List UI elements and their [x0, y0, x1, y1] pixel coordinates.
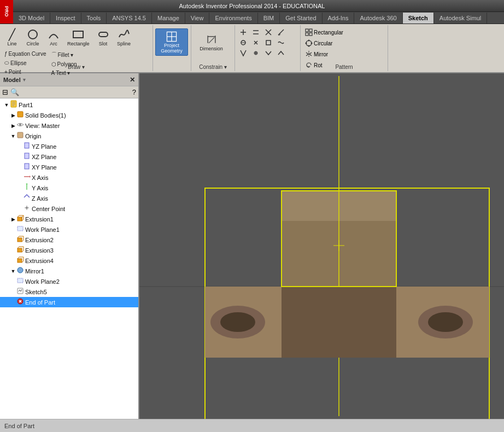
constrain-btn-3[interactable]	[262, 27, 274, 37]
fillet-button[interactable]: ⌒ Fillet ▾	[49, 50, 79, 60]
constrain-btn-9[interactable]	[237, 48, 249, 58]
project-geometry-icon	[165, 30, 178, 43]
tab-environments[interactable]: Environments	[209, 13, 257, 24]
tree-item-work-plane1[interactable]: Work Plane1	[0, 224, 138, 235]
svg-rect-30	[17, 259, 22, 262]
tab-sketch[interactable]: Sketch	[403, 13, 434, 24]
constrain-btn-8[interactable]	[275, 38, 287, 48]
constrain-btn-11[interactable]	[262, 48, 274, 58]
constrain-btn-10[interactable]	[250, 48, 262, 58]
svg-point-14	[308, 45, 310, 47]
tree-item-center-point[interactable]: Center Point	[0, 203, 138, 214]
pro-badge: PRO	[0, 0, 13, 24]
svg-rect-7	[306, 29, 308, 32]
tab-3d-model[interactable]: 3D Model	[13, 13, 50, 24]
expand-mirror1[interactable]: ▼	[10, 268, 16, 274]
tab-ansys[interactable]: ANSYS 14.5	[107, 13, 152, 24]
equation-curve-button[interactable]: ƒ Equation Curve	[2, 50, 49, 58]
dimension-icon	[205, 33, 218, 46]
tree-item-end-of-part[interactable]: End of Part	[0, 297, 138, 307]
expand-origin[interactable]: ▼	[10, 133, 16, 139]
tree-item-y-axis[interactable]: Y Axis	[0, 183, 138, 193]
svg-marker-23	[30, 176, 31, 178]
tree-item-solid-bodies[interactable]: ▶ Solid Bodies(1)	[0, 110, 138, 120]
question-icon[interactable]: ?	[132, 88, 136, 96]
work-plane2-label: Work Plane2	[25, 278, 60, 285]
left-panel: Model ▾ ✕ ⊟ 🔍 ? ▼ Part1 ▶	[0, 73, 139, 419]
rectangle-button[interactable]: Rectangle	[65, 26, 92, 48]
tree-item-extrusion3[interactable]: Extrusion3	[0, 245, 138, 255]
rectangular-button[interactable]: Rectangular	[303, 27, 345, 37]
tab-autodesk-360[interactable]: Autodesk 360	[354, 13, 402, 24]
constrain-btn-12[interactable]	[275, 48, 287, 58]
slot-icon	[97, 28, 110, 41]
text-button[interactable]: A Text ▾	[49, 69, 79, 77]
tree-item-yz-plane[interactable]: YZ Plane	[0, 141, 138, 151]
tree-item-z-axis[interactable]: Z Axis	[0, 193, 138, 203]
extrusion1-icon	[16, 214, 24, 224]
tab-manage[interactable]: Manage	[152, 13, 185, 24]
project-geometry-button[interactable]: ProjectGeometry	[155, 28, 188, 56]
viewport[interactable]	[139, 73, 504, 419]
constrain-btn-5[interactable]	[237, 38, 249, 48]
rectangle-icon	[72, 28, 85, 41]
tab-tools[interactable]: Tools	[81, 13, 107, 24]
center-point-label: Center Point	[32, 206, 65, 212]
ribbon-section-dimension: Dimension Constrain ▾	[191, 25, 235, 71]
end-of-part-label: End of Part	[25, 299, 55, 306]
circle-label: Circle	[26, 41, 39, 46]
dimension-button[interactable]: Dimension	[194, 31, 229, 53]
slot-button[interactable]: Slot	[93, 26, 113, 48]
tab-view[interactable]: View	[185, 13, 210, 24]
constrain-btn-2[interactable]	[250, 27, 262, 37]
constrain-btn-7[interactable]	[262, 38, 274, 48]
tree-item-work-plane2[interactable]: Work Plane2	[0, 276, 138, 287]
tab-get-started[interactable]: Get Started	[280, 13, 322, 24]
tab-autodesk-simul[interactable]: Autodesk Simul	[434, 13, 487, 24]
tree-item-xy-plane[interactable]: XY Plane	[0, 162, 138, 172]
mirror-button[interactable]: Mirror	[303, 49, 345, 59]
line-button[interactable]: ╱ Line	[2, 26, 22, 48]
extrusion3-label: Extrusion3	[25, 247, 54, 254]
circle-button[interactable]: Circle	[23, 26, 43, 48]
draw-section-label: Draw ▾	[0, 64, 153, 70]
part1-icon	[10, 100, 17, 109]
view-master-icon	[16, 121, 24, 130]
spline-icon	[118, 28, 131, 41]
tab-bim[interactable]: BIM	[258, 13, 280, 24]
circular-pattern-button[interactable]: Circular	[303, 38, 345, 48]
line-label: Line	[7, 41, 16, 46]
svg-rect-27	[17, 226, 23, 231]
tree-item-extrusion1[interactable]: ▶ Extrusion1	[0, 214, 138, 224]
tree-item-part1[interactable]: ▼ Part1	[0, 100, 138, 110]
title-bar: Autodesk Inventor Professional 2014 - ED…	[0, 0, 504, 12]
tab-add-ins[interactable]: Add-Ins	[323, 13, 355, 24]
yz-plane-icon	[23, 142, 31, 151]
tree-item-extrusion2[interactable]: Extrusion2	[0, 235, 138, 245]
tree-item-mirror1[interactable]: ▼ Mirror1	[0, 266, 138, 276]
tree-item-origin[interactable]: ▼ Origin	[0, 131, 138, 141]
constrain-btn-6[interactable]	[250, 38, 262, 48]
expand-extrusion1[interactable]: ▶	[10, 217, 16, 222]
tree-item-sketch5[interactable]: Sketch5	[0, 287, 138, 297]
tree-item-x-axis[interactable]: X Axis	[0, 172, 138, 183]
filter-icon[interactable]: ⊟	[2, 88, 8, 96]
svg-rect-22	[25, 164, 29, 169]
arc-button[interactable]: Arc	[44, 26, 63, 48]
tree-item-view-master[interactable]: ▶ View: Master	[0, 120, 138, 131]
expand-view-master[interactable]: ▶	[10, 123, 16, 129]
yz-plane-label: YZ Plane	[32, 143, 56, 150]
tree-item-xz-plane[interactable]: XZ Plane	[0, 151, 138, 162]
tree-item-extrusion4[interactable]: Extrusion4	[0, 255, 138, 266]
dimension-label: Dimension	[200, 46, 223, 51]
expand-part1[interactable]: ▼	[3, 102, 10, 108]
svg-point-44	[428, 312, 463, 332]
constrain-btn-1[interactable]	[237, 27, 249, 37]
spline-button[interactable]: Spline	[114, 26, 134, 48]
expand-solid-bodies[interactable]: ▶	[10, 113, 16, 118]
constrain-btn-4[interactable]	[275, 27, 287, 37]
tab-inspect[interactable]: Inspect	[50, 13, 81, 24]
y-axis-icon	[23, 183, 31, 192]
search-icon[interactable]: 🔍	[10, 88, 19, 96]
view-master-label: View: Master	[25, 122, 60, 129]
